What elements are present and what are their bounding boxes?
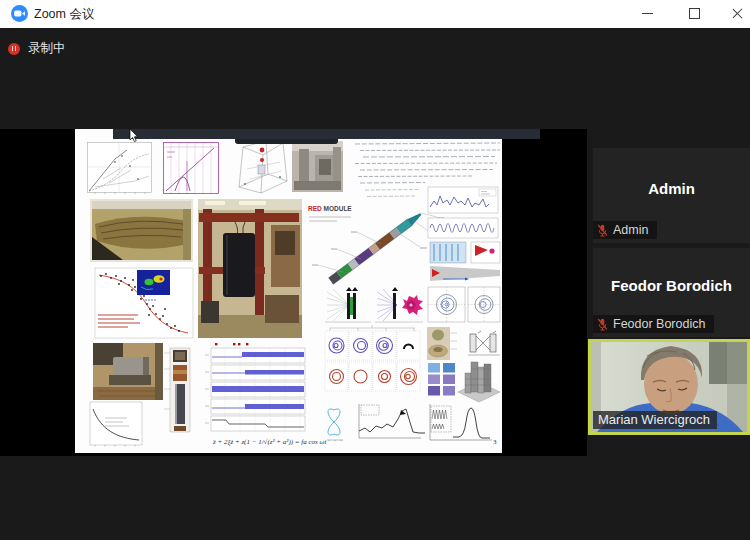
recording-label: 录制中 — [28, 40, 66, 57]
participant-label-text: Admin — [613, 223, 648, 237]
zoom-logo-icon — [11, 5, 28, 22]
recording-icon — [8, 43, 20, 55]
maximize-icon — [689, 8, 700, 19]
photo-lab-grayscale — [292, 141, 343, 192]
module-title-red: RED — [308, 205, 322, 212]
slide-figures: RED MODULE — [75, 129, 502, 453]
mic-off-icon — [597, 318, 608, 331]
photo-lab-machine — [93, 343, 163, 400]
figure-drill-module — [312, 211, 444, 284]
figure-butterfly-orbit — [327, 409, 343, 441]
minimize-icon — [642, 13, 653, 14]
participant-name: Feodor Borodich — [593, 248, 750, 323]
figure-line-plot-black — [88, 143, 152, 195]
toolbar-handle[interactable] — [235, 139, 338, 144]
photo-red-test-rig — [198, 199, 302, 338]
photo-core-sample — [90, 199, 193, 262]
figure-decay-plot — [90, 402, 142, 447]
figure-arrows-comparison — [430, 242, 500, 281]
slide-equation: z̈ + 2ξż + z(1 − 1/√(z² + a²)) = fa cos … — [212, 438, 497, 446]
close-button[interactable] — [722, 0, 750, 27]
figure-scatter-red-fit — [95, 268, 193, 338]
close-icon — [732, 8, 743, 19]
participant-label-bar: Admin — [593, 221, 657, 239]
figure-instrument-column — [164, 348, 190, 432]
figure-spiral-portraits — [428, 287, 500, 322]
figure-frf-curve-2 — [430, 404, 492, 440]
figure-phase-portrait-grid — [325, 325, 420, 391]
window-title: Zoom 会议 — [34, 0, 94, 28]
mic-off-icon — [597, 224, 608, 237]
module-title: RED MODULE — [308, 205, 352, 221]
figure-multichannel-signals — [205, 343, 305, 431]
participant-label-text: Feodor Borodich — [613, 317, 705, 331]
shared-presentation-slide: RED MODULE — [75, 129, 502, 453]
equation-text: z̈ + 2ξż + z(1 − 1/√(z² + a²)) = fa cos … — [212, 438, 328, 446]
photo-mortar-basin — [427, 327, 457, 360]
figure-magenta-plot — [164, 143, 219, 194]
recording-indicator[interactable]: 录制中 — [8, 40, 66, 57]
participant-tile-feodor[interactable]: Feodor Borodich Feodor Borodich — [593, 248, 750, 337]
module-title-rest: MODULE — [322, 205, 353, 212]
figure-gradient-squares — [428, 363, 455, 396]
figure-3d-rock-structure — [458, 362, 500, 402]
figure-3d-wireframe — [239, 141, 287, 193]
figure-small-schematic — [468, 331, 500, 355]
participant-label-text: Marian Wiercigroch — [593, 411, 717, 429]
presentation-toolbar[interactable] — [113, 129, 540, 139]
participant-video-marian[interactable]: Marian Wiercigroch — [588, 339, 750, 435]
figure-bit-schematic-magenta — [375, 287, 423, 322]
participant-tile-admin[interactable]: Admin Admin — [593, 148, 750, 243]
figure-oscillation-plot — [428, 218, 498, 238]
participant-name: Admin — [593, 148, 750, 229]
participant-label-bar: Feodor Borodich — [593, 315, 714, 333]
figure-frf-curve-1 — [359, 404, 425, 438]
svg-text:RED MODULE: RED MODULE — [308, 205, 352, 212]
page-number: 3 — [493, 438, 497, 446]
zoom-meeting-window: Zoom 会议 录制中 — [0, 0, 750, 540]
figure-bit-schematic-green — [325, 287, 371, 322]
figure-time-series — [428, 187, 498, 213]
mouse-cursor — [129, 129, 139, 143]
title-bar[interactable]: Zoom 会议 — [0, 0, 750, 28]
maximize-button[interactable] — [679, 0, 709, 27]
minimize-button[interactable] — [632, 0, 662, 27]
